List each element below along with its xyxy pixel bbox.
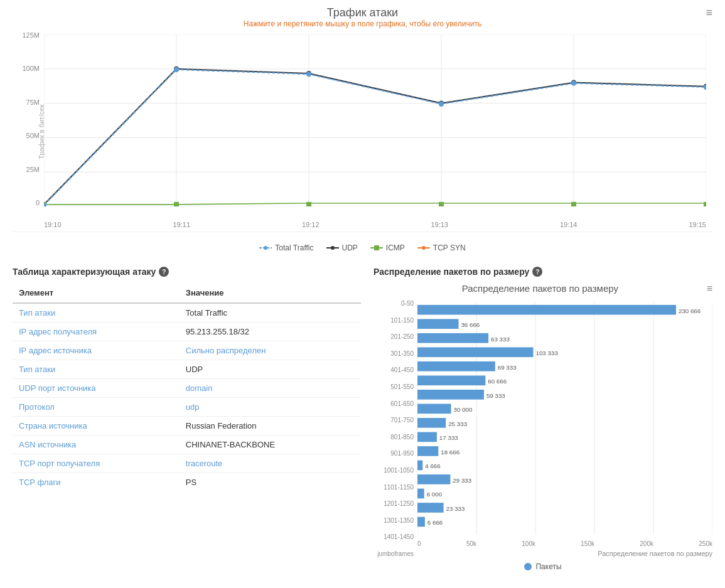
left-panel: Таблица характеризующая атаку ? Элемент … — [13, 267, 361, 571]
x-tick-bar: 150k — [581, 540, 594, 547]
table-cell-key: UDP порт источника — [13, 379, 180, 398]
table-cell-key: TCP флаги — [13, 473, 180, 492]
bar-label: 4 666 — [425, 462, 441, 469]
table-cell-value: udp — [180, 398, 361, 417]
packets-legend-label: Пакеты — [535, 562, 561, 571]
x-tick-bar: 200k — [640, 540, 653, 547]
help-icon[interactable]: ? — [159, 267, 169, 277]
bar-rect — [417, 432, 437, 442]
col-element: Элемент — [13, 283, 180, 303]
chart-title: Трафик атаки — [13, 6, 712, 19]
table-row: TCP порт получателяtraceroute — [13, 454, 361, 473]
table-cell-value: Total Traffic — [180, 303, 361, 323]
svg-rect-20 — [306, 202, 311, 206]
svg-rect-21 — [439, 202, 444, 206]
bar-label: 103 333 — [535, 350, 558, 356]
table-cell-key: Тип атаки — [13, 303, 180, 323]
legend-total-traffic: Total Traffic — [259, 243, 313, 252]
bar-chart-svg: 230 66636 66663 333103 33369 33360 66659… — [417, 300, 712, 537]
table-row: TCP флагиPS — [13, 473, 361, 492]
bar-rect — [417, 446, 438, 456]
table-row: Тип атакиUDP — [13, 360, 361, 379]
bar-label: 69 333 — [498, 364, 517, 371]
bar-label: 25 333 — [448, 420, 467, 427]
bar-label: 36 666 — [461, 321, 480, 328]
table-cell-key: Тип атаки — [13, 360, 180, 379]
bar-chart-svg-area: 230 66636 66663 333103 33369 33360 66659… — [417, 300, 712, 557]
bar-label: 59 333 — [486, 392, 505, 399]
bar-rect — [417, 375, 485, 385]
table-cell-value: domain — [180, 379, 361, 398]
attack-table-title: Таблица характеризующая атаку — [13, 267, 156, 277]
x-tick: 19:14 — [560, 221, 577, 228]
table-cell-value: 95.213.255.18/32 — [180, 323, 361, 341]
table-cell-value: CHINANET-BACKBONE — [180, 436, 361, 454]
table-cell-key: TCP порт получателя — [13, 454, 180, 473]
table-row: Тип атакиTotal Traffic — [13, 303, 361, 323]
bar-rect — [417, 319, 458, 329]
bar-chart-title: Распределение пакетов по размеру — [373, 283, 712, 294]
svg-point-33 — [331, 246, 335, 250]
svg-rect-19 — [174, 202, 179, 206]
bar-rect — [417, 418, 446, 428]
bar-rect — [417, 347, 534, 357]
x-tick-bar: 250k — [699, 540, 712, 547]
table-row: UDP порт источникаdomain — [13, 379, 361, 398]
bar-label: 30 000 — [453, 406, 472, 413]
x-tick-bar: 100k — [522, 540, 535, 547]
svg-point-31 — [264, 246, 267, 250]
bar-label: 29 333 — [453, 477, 471, 484]
x-tick: 19:12 — [302, 221, 320, 228]
bar-rect — [417, 474, 450, 484]
svg-rect-35 — [374, 245, 379, 250]
x-tick: 19:15 — [689, 221, 706, 228]
bar-rect — [417, 333, 488, 343]
svg-point-27 — [439, 101, 444, 106]
legend-tcp-syn: TCP SYN — [417, 243, 466, 252]
svg-point-25 — [174, 67, 179, 72]
bar-label: 17 333 — [439, 434, 458, 441]
table-cell-value: traceroute — [180, 454, 361, 473]
bar-label: 63 333 — [491, 336, 510, 343]
bar-rect — [417, 361, 495, 372]
main-chart[interactable]: 125M 100M 75M 50M 25M 0 Трафик в бит/сек — [13, 31, 712, 232]
bar-label: 230 666 — [679, 307, 701, 314]
table-row: Протоколudp — [13, 398, 361, 417]
bar-chart-menu-icon[interactable]: ≡ — [707, 283, 712, 294]
x-tick: 19:13 — [431, 221, 448, 228]
y-tick: 100M — [22, 65, 40, 72]
bar-rect — [417, 305, 676, 315]
table-row: ASN источникаCHINANET-BACKBONE — [13, 436, 361, 454]
table-cell-value: UDP — [180, 360, 361, 379]
packets-legend: Пакеты — [373, 562, 712, 571]
bar-chart-section-title: Распределение пакетов по размеру — [373, 267, 529, 277]
legend-icmp: ICMP — [370, 243, 405, 252]
line-chart-svg — [44, 35, 706, 206]
svg-rect-23 — [704, 202, 706, 206]
main-chart-menu-icon[interactable]: ≡ — [706, 6, 712, 19]
chart-subtitle: Нажмите и перетяните мышку в поле график… — [13, 19, 712, 28]
attack-table: Элемент Значение Тип атакиTotal TrafficI… — [13, 283, 361, 491]
bar-y-labels: 0-50 101-150 201-250 301-350 401-450 501… — [373, 300, 417, 557]
right-panel: Распределение пакетов по размеру ? ≡ Рас… — [373, 267, 712, 571]
col-value: Значение — [180, 283, 361, 303]
bar-rect — [417, 503, 444, 513]
table-cell-key: IP адрес получателя — [13, 323, 180, 341]
table-row: IP адрес источникаСильно распределен — [13, 341, 361, 360]
bar-label: 6 000 — [427, 491, 443, 498]
table-row: IP адрес получателя95.213.255.18/32 — [13, 323, 361, 341]
x-tick-bar: 50k — [466, 540, 476, 547]
bar-label: 6 666 — [427, 519, 443, 526]
table-cell-key: ASN источника — [13, 436, 180, 454]
table-row: Страна источникаRussian Federation — [13, 417, 361, 436]
bar-chart-help-icon[interactable]: ? — [532, 267, 542, 277]
chart-legend: Total Traffic UDP ICMP TCP SYN — [13, 238, 712, 257]
bar-label: 18 666 — [441, 449, 459, 456]
svg-point-28 — [571, 80, 576, 85]
table-cell-key: IP адрес источника — [13, 341, 180, 360]
y-tick: 0 — [36, 199, 40, 206]
svg-point-26 — [306, 72, 311, 77]
legend-udp: UDP — [326, 243, 358, 252]
x-tick-bar: 0 — [417, 540, 421, 547]
bar-rect — [417, 489, 424, 499]
